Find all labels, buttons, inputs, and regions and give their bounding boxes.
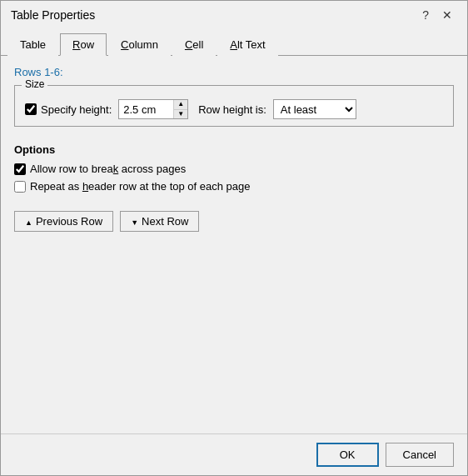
- table-properties-dialog: Table Properties ? ✕ Table Row Column Ce…: [0, 0, 468, 476]
- ok-button[interactable]: OK: [316, 443, 379, 467]
- tab-column[interactable]: Column: [108, 33, 171, 56]
- previous-row-button[interactable]: Previous Row: [14, 211, 113, 232]
- repeat-header-label[interactable]: Repeat as header row at the top of each …: [30, 180, 251, 193]
- size-group-title: Size: [22, 78, 47, 90]
- spin-down-button[interactable]: ▼: [174, 109, 187, 119]
- specify-height-checkbox[interactable]: [25, 103, 37, 115]
- size-row: Specify height: ▲ ▼ Row height is: At le…: [25, 99, 443, 119]
- size-group: Size Specify height: ▲ ▼ Row height is: …: [14, 85, 454, 127]
- tab-table[interactable]: Table: [7, 33, 58, 56]
- previous-row-icon: [25, 215, 32, 228]
- title-bar-controls: ? ✕: [417, 8, 457, 23]
- title-bar: Table Properties ? ✕: [1, 1, 467, 29]
- navigation-buttons: Previous Row Next Row: [14, 211, 454, 232]
- tab-cell[interactable]: Cell: [172, 33, 216, 56]
- next-row-icon: [131, 215, 138, 228]
- tab-row[interactable]: Row: [60, 33, 107, 56]
- repeat-header-checkbox[interactable]: [14, 181, 26, 193]
- height-input[interactable]: [119, 100, 173, 118]
- next-row-button[interactable]: Next Row: [120, 211, 199, 232]
- specify-height-label[interactable]: Specify height:: [25, 103, 112, 116]
- dialog-footer: OK Cancel: [1, 433, 467, 475]
- allow-row-break-row: Allow row to break across pages: [14, 163, 454, 175]
- close-button[interactable]: ✕: [437, 8, 457, 23]
- options-group: Options Allow row to break across pages …: [14, 137, 454, 204]
- dialog-content: Rows 1-6: Size Specify height: ▲ ▼ Row h…: [1, 56, 467, 433]
- tab-bar: Table Row Column Cell Alt Text: [1, 29, 467, 56]
- height-input-wrapper: ▲ ▼: [118, 99, 188, 119]
- height-spinner: ▲ ▼: [173, 100, 187, 118]
- rows-range-label: Rows 1-6:: [14, 66, 454, 78]
- spin-up-button[interactable]: ▲: [174, 100, 187, 109]
- row-height-is-label: Row height is:: [198, 103, 266, 116]
- options-title: Options: [14, 143, 454, 156]
- dialog-title: Table Properties: [11, 8, 95, 22]
- allow-row-break-label[interactable]: Allow row to break across pages: [30, 163, 186, 175]
- cancel-button[interactable]: Cancel: [386, 443, 454, 467]
- row-height-select[interactable]: At least Exactly: [273, 99, 356, 119]
- tab-alt-text[interactable]: Alt Text: [217, 33, 277, 56]
- repeat-header-row: Repeat as header row at the top of each …: [14, 180, 454, 193]
- help-button[interactable]: ?: [417, 8, 434, 23]
- allow-row-break-checkbox[interactable]: [14, 163, 26, 175]
